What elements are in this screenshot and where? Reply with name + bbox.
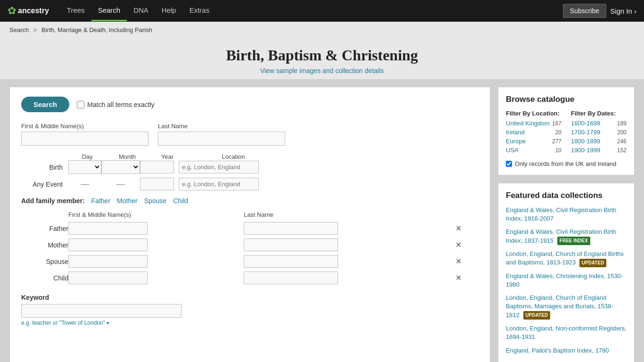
any-event-location-input[interactable]	[179, 178, 259, 190]
last-name-label: Last Name	[158, 123, 285, 130]
filter-1600: 1600-1699 189	[571, 120, 627, 127]
filter-uk-count: 167	[552, 120, 561, 127]
filter-ireland: Ireland 20	[506, 129, 561, 136]
nav-extras[interactable]: Extras	[183, 0, 216, 21]
child-close-button[interactable]: ✕	[453, 273, 464, 282]
search-button[interactable]: Search	[21, 97, 69, 112]
spouse-row: Spouse ✕	[21, 253, 479, 270]
filter-1600-link[interactable]: 1600-1699	[571, 120, 600, 127]
child-last-input[interactable]	[244, 272, 338, 284]
spouse-close-button[interactable]: ✕	[453, 257, 464, 266]
first-name-input[interactable]	[21, 132, 149, 146]
free-index-badge: FREE INDEX	[557, 237, 590, 245]
birth-label: Birth	[21, 164, 68, 171]
any-event-month-dash: —	[101, 179, 140, 189]
father-last-input[interactable]	[244, 222, 338, 235]
nav-trees[interactable]: Trees	[60, 0, 91, 21]
day-col-label: Day	[68, 153, 106, 160]
birth-location-field	[174, 161, 259, 173]
featured-item-6-label: England, Pallot's Baptism Index, 1780	[506, 347, 609, 354]
filter-dates-col: Filter By Dates: 1600-1699 189 1700-1799…	[571, 110, 627, 156]
birth-location-input[interactable]	[179, 161, 259, 173]
nav-search[interactable]: Search	[91, 0, 127, 21]
nav-dna[interactable]: DNA	[127, 0, 155, 21]
add-father-link[interactable]: Father	[91, 197, 110, 205]
logo[interactable]: ✿ ancestry	[8, 5, 49, 17]
father-close-button[interactable]: ✕	[453, 224, 464, 233]
spouse-first-input[interactable]	[68, 255, 148, 268]
spouse-label: Spouse	[21, 253, 68, 270]
nav-help[interactable]: Help	[155, 0, 183, 21]
keyword-section: Keyword e.g. teacher or "Tower of London…	[21, 294, 479, 326]
featured-item-6[interactable]: England, Pallot's Baptism Index, 1780	[506, 346, 627, 355]
subtitle-link[interactable]: View sample images and collection detail…	[260, 67, 384, 74]
mother-close-button[interactable]: ✕	[453, 240, 464, 249]
search-panel: Search Match all terms exactly First & M…	[9, 87, 490, 362]
catalogue-box: Browse catalogue Filter By Location: Uni…	[498, 87, 635, 175]
breadcrumb-search-link[interactable]: Search	[9, 26, 29, 33]
filter-europe-link[interactable]: Europe	[506, 138, 526, 145]
birth-day-select[interactable]	[68, 160, 101, 174]
breadcrumb-current: Birth, Marriage & Death, including Paris…	[41, 26, 152, 33]
filter-ireland-link[interactable]: Ireland	[506, 129, 525, 136]
add-spouse-link[interactable]: Spouse	[144, 197, 166, 205]
keyword-hint-text: e.g. teacher or "Tower of London"	[21, 320, 105, 326]
child-first-input[interactable]	[68, 272, 148, 284]
page-title: Birth, Baptism & Christening	[9, 47, 635, 64]
mother-first-input[interactable]	[68, 239, 148, 251]
signin-button[interactable]: Sign In ›	[610, 7, 636, 15]
keyword-hint[interactable]: e.g. teacher or "Tower of London" ▾	[21, 320, 479, 326]
filter-1700: 1700-1799 200	[571, 129, 627, 136]
match-exactly-checkbox[interactable]	[77, 101, 84, 108]
last-name-input[interactable]	[158, 132, 285, 146]
filter-location-col: Filter By Location: United Kingdom 167 I…	[506, 110, 561, 156]
nav-right: Subscribe Sign In ›	[563, 4, 636, 18]
only-uk-label: Only records from the UK and Ireland	[515, 160, 616, 167]
filter-1600-count: 189	[617, 120, 627, 127]
add-mother-link[interactable]: Mother	[117, 197, 138, 205]
filter-uk-link[interactable]: United Kingdom	[506, 120, 550, 127]
featured-item-1[interactable]: England & Wales, Civil Registration Birt…	[506, 228, 627, 245]
event-column-labels: Day Month Year Location	[21, 153, 479, 160]
filter-1900-link[interactable]: 1900-1999	[571, 147, 600, 154]
right-panel: Browse catalogue Filter By Location: Uni…	[498, 87, 635, 362]
featured-item-3-label: England & Wales, Christening Index, 1530…	[506, 272, 623, 288]
spouse-last-input[interactable]	[244, 255, 338, 268]
featured-item-4[interactable]: London, England, Church of England Bapti…	[506, 294, 627, 320]
family-col-last-header: Last Name	[244, 211, 453, 220]
birth-day-field	[68, 160, 101, 174]
mother-row: Mother ✕	[21, 237, 479, 253]
only-uk-checkbox[interactable]	[506, 161, 512, 167]
featured-item-2[interactable]: London, England, Church of England Birth…	[506, 250, 627, 267]
filter-1700-link[interactable]: 1700-1799	[571, 129, 600, 136]
child-label: Child	[21, 270, 68, 286]
updated-badge-2: UPDATED	[579, 259, 607, 267]
subscribe-button[interactable]: Subscribe	[563, 4, 606, 18]
featured-item-0[interactable]: England & Wales, Civil Registration Birt…	[506, 206, 627, 223]
chevron-down-icon: ▾	[107, 320, 109, 326]
any-event-location-field	[174, 178, 259, 190]
any-event-row: Any Event — —	[21, 178, 479, 190]
birth-month-select[interactable]	[101, 160, 140, 174]
leaf-icon: ✿	[8, 5, 16, 17]
mother-last-input[interactable]	[244, 239, 338, 251]
featured-item-0-label: England & Wales, Civil Registration Birt…	[506, 206, 616, 222]
keyword-input[interactable]	[21, 304, 182, 318]
filter-location-title: Filter By Location:	[506, 110, 561, 117]
featured-item-3[interactable]: England & Wales, Christening Index, 1530…	[506, 272, 627, 289]
birth-year-field	[140, 161, 174, 173]
filter-1800-link[interactable]: 1800-1899	[571, 138, 600, 145]
top-nav: ✿ ancestry Trees Search DNA Help Extras …	[0, 0, 644, 22]
add-child-link[interactable]: Child	[173, 197, 188, 205]
birth-year-input[interactable]	[140, 161, 174, 173]
featured-item-5[interactable]: London, England, Non-conformist Register…	[506, 324, 627, 341]
father-first-input[interactable]	[68, 222, 148, 235]
any-event-year-input[interactable]	[140, 178, 174, 190]
father-label: Father	[21, 220, 68, 237]
filter-ireland-count: 20	[555, 129, 561, 136]
add-family-label: Add family member:	[21, 197, 85, 205]
featured-item-4-label: London, England, Church of England Bapti…	[506, 294, 613, 318]
match-exactly-label[interactable]: Match all terms exactly	[77, 101, 154, 108]
filter-usa-link[interactable]: USA	[506, 147, 519, 154]
child-row: Child ✕	[21, 270, 479, 286]
